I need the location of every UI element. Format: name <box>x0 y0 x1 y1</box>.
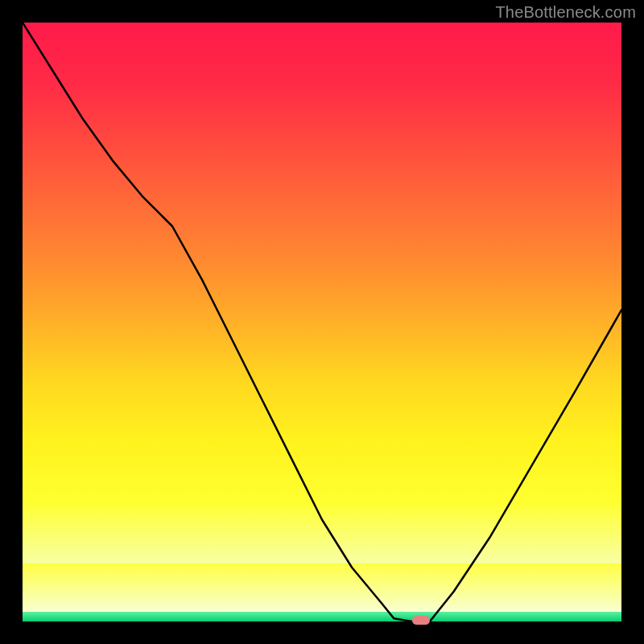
chart-container: TheBottleneck.com <box>0 0 644 644</box>
bottleneck-curve-line <box>23 23 621 621</box>
plot-area <box>23 23 621 621</box>
curve-svg <box>23 23 621 621</box>
watermark-text: TheBottleneck.com <box>495 3 636 22</box>
optimal-marker <box>412 616 430 625</box>
